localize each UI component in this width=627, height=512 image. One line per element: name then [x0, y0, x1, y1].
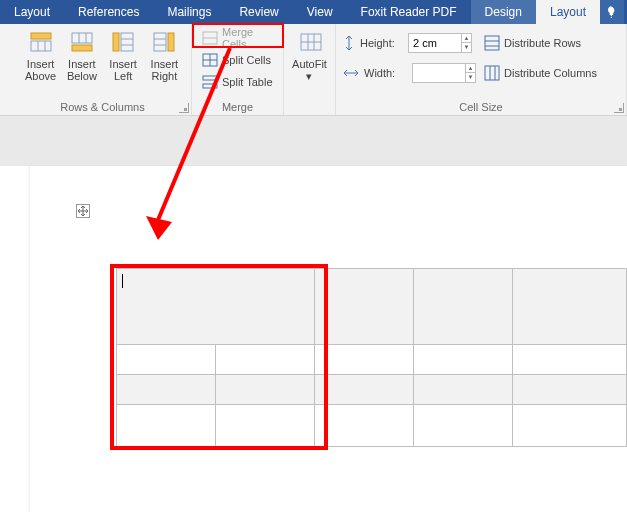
page[interactable]	[30, 166, 627, 512]
autofit-label: AutoFit▾	[292, 58, 327, 82]
insert-above-icon	[29, 30, 53, 54]
merge-cells-button[interactable]: Merge Cells	[198, 28, 277, 48]
svg-rect-15	[168, 33, 174, 51]
svg-rect-29	[485, 36, 499, 50]
svg-rect-21	[203, 76, 217, 80]
table-cell[interactable]	[513, 345, 627, 375]
tab-layout-page[interactable]: Layout	[0, 0, 64, 24]
width-spin-up[interactable]: ▲	[465, 64, 475, 73]
distribute-rows-label: Distribute Rows	[504, 37, 581, 49]
height-spin-up[interactable]: ▲	[461, 34, 471, 43]
table-cell[interactable]	[117, 345, 216, 375]
svg-rect-0	[31, 41, 51, 51]
group-cell-size: Height: ▲▼ Width: ▲▼	[336, 24, 627, 115]
insert-above-label: Insert Above	[25, 58, 56, 82]
distribute-columns-icon	[484, 65, 500, 81]
tell-me-button[interactable]	[600, 0, 624, 24]
insert-left-button[interactable]: Insert Left	[103, 26, 144, 82]
insert-below-button[interactable]: Insert Below	[61, 26, 102, 82]
group-merge: Merge Cells Split Cells Split Table Merg…	[192, 24, 284, 115]
tab-tabletools-layout[interactable]: Layout	[536, 0, 600, 24]
table-cell[interactable]	[117, 375, 216, 405]
height-spinbox[interactable]: ▲▼	[408, 33, 472, 53]
tab-view[interactable]: View	[293, 0, 347, 24]
distribute-rows-button[interactable]: Distribute Rows	[484, 32, 597, 54]
chevron-down-icon: ▾	[306, 70, 312, 82]
svg-rect-4	[72, 33, 92, 43]
merge-cells-icon	[202, 30, 218, 46]
table-cell[interactable]	[315, 269, 414, 345]
row-height-icon	[342, 34, 356, 52]
height-input[interactable]	[409, 37, 461, 49]
insert-left-icon	[111, 30, 135, 54]
width-spinbox[interactable]: ▲▼	[412, 63, 476, 83]
distribute-columns-label: Distribute Columns	[504, 67, 597, 79]
split-cells-button[interactable]: Split Cells	[198, 50, 277, 70]
svg-rect-8	[121, 33, 133, 51]
height-spin-down[interactable]: ▼	[461, 43, 471, 52]
rows-columns-dialog-launcher[interactable]	[179, 103, 189, 113]
table-cell[interactable]	[414, 269, 513, 345]
tab-foxit[interactable]: Foxit Reader PDF	[347, 0, 471, 24]
table-cell[interactable]	[315, 345, 414, 375]
table-cell[interactable]	[414, 405, 513, 447]
split-table-label: Split Table	[222, 76, 273, 88]
svg-rect-22	[203, 84, 217, 88]
group-cell-size-label: Cell Size	[342, 99, 620, 115]
table-cell[interactable]	[315, 405, 414, 447]
split-cells-label: Split Cells	[222, 54, 271, 66]
group-rows-columns-label: Rows & Columns	[20, 99, 185, 115]
svg-rect-32	[485, 66, 499, 80]
insert-left-label: Insert Left	[109, 58, 137, 82]
cell-size-dialog-launcher[interactable]	[614, 103, 624, 113]
group-rows-columns: Insert Above Insert Below Insert Left In…	[14, 24, 192, 115]
table-cell[interactable]	[315, 375, 414, 405]
ribbon: Insert Above Insert Below Insert Left In…	[0, 24, 627, 116]
table-cell[interactable]	[513, 269, 627, 345]
tab-mailings[interactable]: Mailings	[153, 0, 225, 24]
table-cell[interactable]	[216, 375, 315, 405]
app-background	[0, 116, 627, 166]
insert-below-label: Insert Below	[67, 58, 97, 82]
table-row[interactable]	[117, 375, 627, 405]
distribute-rows-icon	[484, 35, 500, 51]
ribbon-tabstrip: Layout References Mailings Review View F…	[0, 0, 627, 24]
width-label: Width:	[364, 67, 408, 79]
merge-cells-label: Merge Cells	[222, 26, 273, 50]
svg-rect-3	[31, 33, 51, 39]
tab-tabletools-design[interactable]: Design	[471, 0, 536, 24]
distribute-columns-button[interactable]: Distribute Columns	[484, 62, 597, 84]
table-move-handle[interactable]	[76, 204, 90, 218]
table-row[interactable]	[117, 345, 627, 375]
table-cell[interactable]	[117, 405, 216, 447]
split-table-button[interactable]: Split Table	[198, 72, 277, 92]
tab-references[interactable]: References	[64, 0, 153, 24]
width-spin-down[interactable]: ▼	[465, 73, 475, 82]
height-label: Height:	[360, 37, 404, 49]
table-cell[interactable]	[414, 375, 513, 405]
table-cell[interactable]	[513, 375, 627, 405]
insert-right-label: Insert Right	[151, 58, 179, 82]
svg-rect-11	[113, 33, 119, 51]
width-input[interactable]	[413, 67, 465, 79]
insert-right-icon	[152, 30, 176, 54]
table-cell[interactable]	[513, 405, 627, 447]
table-row[interactable]	[117, 269, 627, 345]
table-cell[interactable]	[216, 345, 315, 375]
table-cell[interactable]	[216, 405, 315, 447]
document-table[interactable]	[116, 268, 627, 447]
document-area	[0, 116, 627, 512]
svg-rect-7	[72, 45, 92, 51]
insert-right-button[interactable]: Insert Right	[144, 26, 185, 82]
table-cell[interactable]	[414, 345, 513, 375]
tab-review[interactable]: Review	[225, 0, 292, 24]
insert-below-icon	[70, 30, 94, 54]
table-cell-merged[interactable]	[117, 269, 315, 345]
autofit-button[interactable]: AutoFit▾	[290, 26, 329, 82]
insert-above-button[interactable]: Insert Above	[20, 26, 61, 82]
split-table-icon	[202, 74, 218, 90]
group-merge-label: Merge	[198, 99, 277, 115]
table-row[interactable]	[117, 405, 627, 447]
col-width-icon	[342, 66, 360, 80]
text-cursor	[122, 274, 123, 288]
